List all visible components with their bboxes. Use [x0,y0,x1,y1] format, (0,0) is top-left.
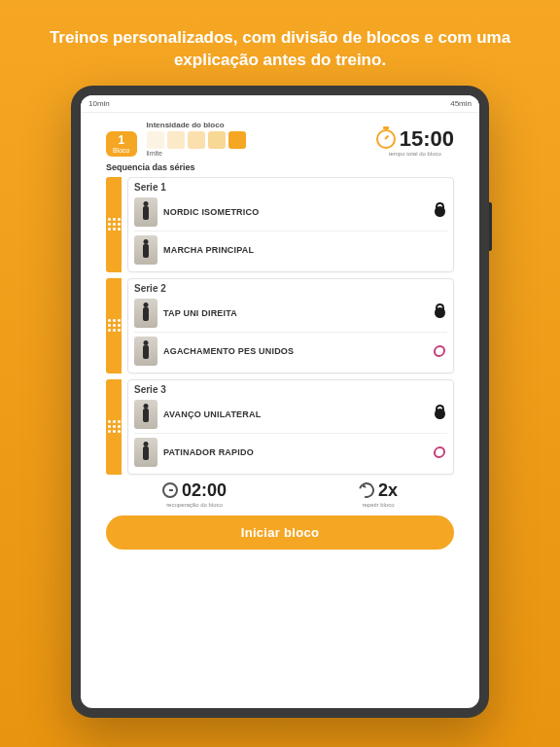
repeat-stat: 2x repetir bloco [359,480,398,508]
recovery-label: recuperação do bloco [166,502,223,508]
series-card[interactable]: Serie 3 AVANÇO UNILATERAL PATINADOR RAPI… [106,379,454,475]
exercise-thumb [134,197,158,227]
exercise-name: MARCHA PRINCIPAL [163,245,426,255]
tablet-frame: 10min 45min 1 Bloco Intensidade do bloco… [71,86,489,718]
kettlebell-icon [432,407,447,422]
series-title: Serie 3 [134,384,447,395]
start-block-button[interactable]: Iniciar bloco [106,516,454,550]
exercise-thumb [134,400,158,429]
block-number: 1 [118,134,124,146]
exercise-row[interactable]: NORDIC ISOMETRICO [134,196,447,229]
intensity-scale [147,131,367,149]
app-screen: 10min 45min 1 Bloco Intensidade do bloco… [81,95,479,708]
block-summary-row: 1 Bloco Intensidade do bloco limite 15:0… [106,121,454,157]
statusbar-left: 10min [88,99,110,108]
timer-widget: 15:00 tempo total do bloco [376,128,454,157]
main-content: 1 Bloco Intensidade do bloco limite 15:0… [81,113,479,708]
exercise-name: AVANÇO UNILATERAL [163,409,426,419]
band-icon [432,343,447,359]
recovery-icon [162,482,178,498]
block-chip: 1 Bloco [106,131,137,157]
exercise-name: NORDIC ISOMETRICO [163,207,426,217]
recovery-stat: 02:00 recuperação do bloco [162,480,227,508]
exercise-name: PATINADOR RAPIDO [163,447,426,457]
repeat-icon [356,480,377,501]
exercise-row[interactable]: PATINADOR RAPIDO [134,433,447,469]
footer-stats: 02:00 recuperação do bloco 2x repetir bl… [106,480,454,508]
exercise-row[interactable]: MARCHA PRINCIPAL [134,231,447,267]
series-card[interactable]: Serie 2 TAP UNI DIREITA AGACHAMENTO PES … [106,278,454,374]
kettlebell-icon [432,305,447,321]
recovery-value: 02:00 [182,480,227,501]
timer-value: 15:00 [400,128,454,150]
sequence-heading: Sequencia das séries [106,162,454,172]
band-icon [432,445,447,460]
block-label: Bloco [113,147,130,154]
status-bar: 10min 45min [81,95,479,113]
repeat-value: 2x [378,480,398,501]
exercise-name: AGACHAMENTO PES UNIDOS [163,346,426,356]
intensity-label: Intensidade do bloco [147,121,367,129]
kettlebell-icon [432,204,447,220]
exercise-thumb [134,235,158,265]
series-card[interactable]: Serie 1 NORDIC ISOMETRICO MARCHA PRINCIP… [106,177,454,272]
exercise-row[interactable]: AVANÇO UNILATERAL [134,398,447,431]
exercise-thumb [134,337,158,366]
repeat-label: repetir bloco [362,502,394,508]
series-title: Serie 2 [134,283,447,294]
equipment-none [432,242,447,258]
exercise-thumb [134,438,158,467]
exercise-row[interactable]: AGACHAMENTO PES UNIDOS [134,332,447,368]
exercise-name: TAP UNI DIREITA [163,308,426,318]
promo-headline: Treinos personalizados, com divisão de b… [0,0,560,86]
intensity-widget: Intensidade do bloco limite [147,121,367,157]
exercise-row[interactable]: TAP UNI DIREITA [134,297,447,330]
exercise-thumb [134,299,158,328]
intensity-sublabel: limite [147,150,367,157]
timer-sublabel: tempo total do bloco [376,151,454,157]
statusbar-right: 45min [450,99,472,108]
drag-handle[interactable] [106,177,122,272]
drag-handle[interactable] [106,278,122,374]
series-title: Serie 1 [134,182,447,193]
timer-icon [376,129,396,149]
drag-handle[interactable] [106,379,122,475]
